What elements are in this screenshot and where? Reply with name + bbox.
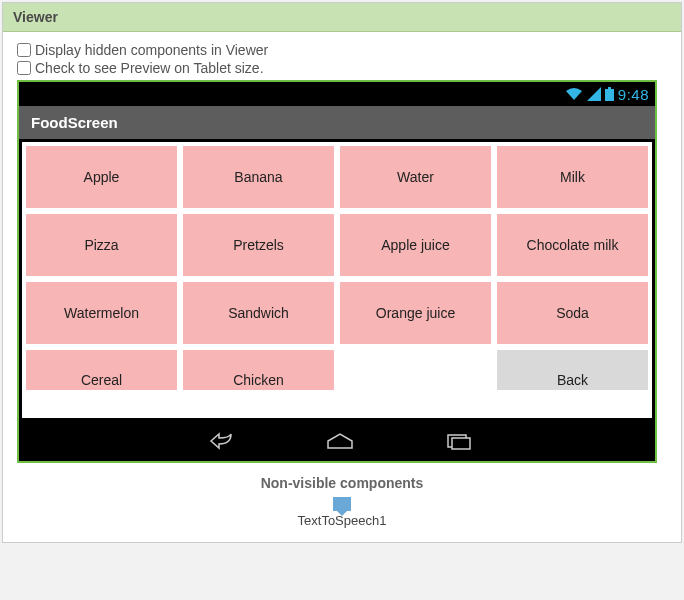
android-status-bar: 9:48 — [19, 82, 655, 106]
back-button[interactable]: Back — [497, 350, 648, 390]
food-button[interactable]: Milk — [497, 146, 648, 208]
display-hidden-label: Display hidden components in Viewer — [35, 42, 268, 58]
non-visible-heading: Non-visible components — [17, 475, 667, 491]
food-button[interactable]: Pretzels — [183, 214, 334, 276]
food-button[interactable]: Cereal — [26, 350, 177, 390]
display-hidden-row[interactable]: Display hidden components in Viewer — [17, 42, 667, 58]
nav-back-icon[interactable] — [201, 432, 235, 450]
non-visible-section: Non-visible components TextToSpeech1 — [17, 475, 667, 528]
tablet-preview-row[interactable]: Check to see Preview on Tablet size. — [17, 60, 667, 76]
panel-body: Display hidden components in Viewer Chec… — [3, 32, 681, 542]
text-to-speech-icon — [333, 497, 351, 511]
app-title-bar: FoodScreen — [19, 106, 655, 139]
food-button[interactable]: Chicken — [183, 350, 334, 390]
food-grid: Apple Banana Water Milk Pizza Pretzels A… — [26, 146, 648, 412]
food-button[interactable]: Watermelon — [26, 282, 177, 344]
signal-icon — [587, 87, 601, 101]
empty-cell — [340, 350, 491, 390]
svg-rect-3 — [452, 438, 470, 449]
food-button[interactable]: Apple — [26, 146, 177, 208]
food-button[interactable]: Water — [340, 146, 491, 208]
status-clock: 9:48 — [618, 86, 649, 103]
food-button[interactable]: Apple juice — [340, 214, 491, 276]
nav-recent-icon[interactable] — [445, 432, 473, 450]
food-button[interactable]: Orange juice — [340, 282, 491, 344]
panel-title: Viewer — [3, 3, 681, 32]
app-title: FoodScreen — [31, 114, 118, 131]
app-screen: Apple Banana Water Milk Pizza Pretzels A… — [19, 139, 655, 421]
food-button[interactable]: Sandwich — [183, 282, 334, 344]
nav-home-icon[interactable] — [325, 432, 355, 450]
tablet-preview-checkbox[interactable] — [17, 61, 31, 75]
food-button[interactable]: Banana — [183, 146, 334, 208]
tablet-preview-label: Check to see Preview on Tablet size. — [35, 60, 264, 76]
device-frame: 9:48 FoodScreen Apple Banana Water Milk … — [17, 80, 657, 463]
svg-rect-0 — [605, 89, 614, 101]
battery-icon — [605, 87, 614, 101]
food-button[interactable]: Soda — [497, 282, 648, 344]
svg-rect-1 — [608, 87, 611, 89]
food-button[interactable]: Chocolate milk — [497, 214, 648, 276]
android-nav-bar — [19, 421, 655, 461]
wifi-icon — [565, 87, 583, 101]
non-visible-item[interactable]: TextToSpeech1 — [298, 497, 387, 528]
food-button[interactable]: Pizza — [26, 214, 177, 276]
display-hidden-checkbox[interactable] — [17, 43, 31, 57]
viewer-panel: Viewer Display hidden components in View… — [2, 2, 682, 543]
